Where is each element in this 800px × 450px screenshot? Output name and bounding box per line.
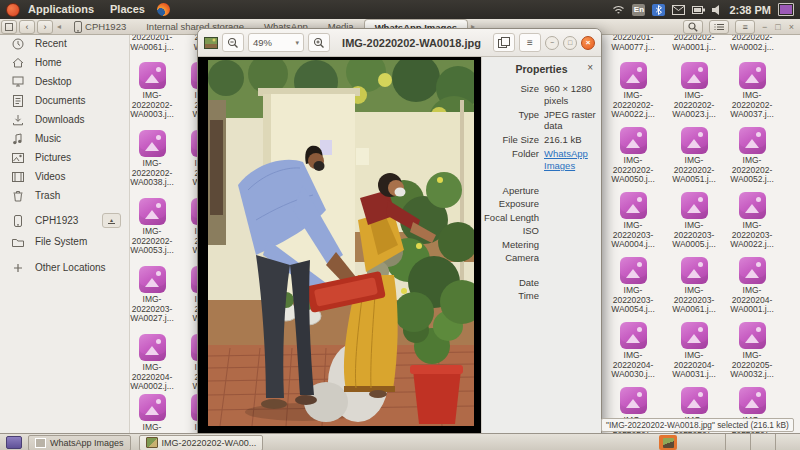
sidebar-item-label: Trash (35, 190, 60, 201)
sidebar-item-other-locations[interactable]: Other Locations (0, 258, 129, 277)
file-item[interactable]: IMG-20220203-WA0004.j... (604, 192, 662, 250)
file-name: IMG-20220202-WA0003.j... (126, 91, 178, 120)
taskbar-button-label: WhatsApp Images (50, 438, 124, 448)
sidebar-item-label: Pictures (35, 152, 71, 163)
selection-status-bar: "IMG-20220202-WA0018.jpg" selected (216.… (601, 418, 794, 432)
folder-link[interactable]: WhatsApp Images (544, 148, 600, 171)
property-value (544, 198, 600, 209)
property-value: JPEG raster data (544, 109, 600, 132)
file-item[interactable]: IMG-20220202-WA0053.j... (123, 198, 181, 256)
sidebar-item-home[interactable]: Home (0, 53, 129, 72)
tab-scroll-left-icon[interactable]: ◂ (57, 22, 61, 31)
file-item[interactable]: IMG-20220205-WA0032.j... (723, 322, 781, 380)
file-name: IMG-20220204-WA0002.j... (126, 363, 178, 392)
sidebar-item-music[interactable]: Music (0, 129, 129, 148)
property-value (544, 185, 600, 196)
image-file-icon (681, 387, 708, 414)
viewer-close-icon[interactable]: × (581, 36, 595, 50)
file-name: IMG-20220204-WA0031.j... (668, 351, 720, 380)
file-item[interactable]: IMG-20220203-WA0027.j... (123, 266, 181, 324)
sidebar-item-downloads[interactable]: Downloads (0, 110, 129, 129)
file-item[interactable]: IMG-20220203-WA0022.j... (723, 192, 781, 250)
back-button[interactable]: ‹ (19, 20, 35, 34)
properties-close-icon[interactable]: × (587, 62, 593, 73)
sidebar-item-documents[interactable]: Documents (0, 91, 129, 110)
sidebar-item-videos[interactable]: Videos (0, 167, 129, 186)
battery-icon[interactable] (692, 6, 705, 14)
sidebar-item-label: Downloads (35, 114, 84, 125)
sidebar-item-label: Recent (35, 38, 67, 49)
sidebar-item-label: Documents (35, 95, 86, 106)
firefox-icon[interactable] (157, 3, 170, 16)
gallery-toggle-button[interactable] (493, 33, 515, 52)
keyboard-layout-indicator[interactable]: En (632, 4, 645, 16)
chevron-down-icon: ▾ (295, 39, 299, 47)
forward-button[interactable]: › (37, 20, 53, 34)
image-file-icon (681, 192, 708, 219)
workspace-cell[interactable] (775, 434, 800, 450)
image-file-icon (739, 62, 766, 89)
properties-title: Properties (516, 63, 568, 75)
display-icon[interactable] (778, 3, 794, 16)
wifi-icon[interactable] (612, 4, 625, 15)
ubuntu-logo-icon[interactable] (6, 3, 20, 17)
viewer-maximize-icon[interactable]: □ (563, 36, 577, 50)
bluetooth-icon[interactable] (652, 4, 665, 16)
image-canvas (198, 57, 481, 434)
sidebar-item-pictures[interactable]: Pictures (0, 148, 129, 167)
file-item[interactable]: IMG-20220203-WA0005.j... (665, 192, 723, 250)
file-name: IMG-20220202-WA0022.j... (607, 91, 659, 120)
file-name: IMG-20220202-WA0053.j... (126, 227, 178, 256)
file-name: IMG-20220203-WA0005.j... (668, 221, 720, 250)
search-icon[interactable] (683, 20, 703, 34)
file-name: 20220201-WA0077.j... (607, 33, 659, 52)
mail-icon[interactable] (672, 5, 685, 15)
list-view-icon[interactable] (709, 20, 729, 34)
menu-icon[interactable]: ≡ (735, 20, 755, 34)
window-close-icon[interactable]: × (787, 22, 796, 32)
file-item[interactable]: IMG-20220202-WA0051.j... (665, 127, 723, 185)
file-item[interactable]: IMG-20220202-WA0003.j... (123, 62, 181, 120)
tab-cph1923[interactable]: CPH1923 (64, 19, 136, 34)
file-item[interactable]: IMG-20220202-WA0037.j... (723, 62, 781, 120)
zoom-in-button[interactable] (308, 33, 330, 52)
window-minimize-icon[interactable]: − (760, 22, 769, 32)
file-item[interactable]: IMG-20220203-WA0054.j... (604, 257, 662, 315)
show-desktop-button[interactable] (6, 436, 22, 449)
viewer-menu-icon[interactable]: ≡ (519, 33, 541, 52)
new-window-icon[interactable] (1, 20, 17, 34)
file-item[interactable]: IMG-20220203-WA0061.j... (665, 257, 723, 315)
file-item[interactable]: IMG-20220202-WA0050.j... (604, 127, 662, 185)
workspace-cell[interactable] (725, 434, 750, 450)
file-item[interactable]: IMG-20220204-WA0030.j... (604, 322, 662, 380)
file-item[interactable]: IMG-20220202-WA0052.j... (723, 127, 781, 185)
taskbar-button-label: IMG-20220202-WA00... (162, 438, 257, 448)
taskbar-button-img-20220202-wa00-[interactable]: IMG-20220202-WA00... (139, 435, 264, 450)
sidebar-item-file-system[interactable]: File System (0, 232, 129, 251)
file-item[interactable]: IMG-20220204-WA0031.j... (665, 322, 723, 380)
property-row-metering: Metering (482, 239, 601, 250)
places-menu[interactable]: Places (102, 0, 153, 19)
sidebar-item-trash[interactable]: Trash (0, 186, 129, 205)
applications-menu[interactable]: Applications (20, 0, 102, 19)
volume-icon[interactable] (712, 5, 722, 15)
folder-icon (11, 237, 24, 247)
file-item[interactable]: IMG-20220204-WA0001.j... (723, 257, 781, 315)
zoom-level-dropdown[interactable]: 49%▾ (248, 33, 304, 52)
file-item[interactable]: IMG-20220202-WA0038.j... (123, 130, 181, 188)
file-item[interactable]: IMG-20220202-WA0023.j... (665, 62, 723, 120)
window-maximize-icon[interactable]: □ (773, 22, 782, 32)
sidebar-item-recent[interactable]: Recent (0, 34, 129, 53)
tray-image-icon[interactable] (659, 435, 677, 450)
viewer-minimize-icon[interactable]: − (545, 36, 559, 50)
file-item[interactable]: IMG-20220202-WA0022.j... (604, 62, 662, 120)
workspace-cell[interactable] (750, 434, 775, 450)
eject-icon[interactable]: ▴ (102, 213, 121, 228)
property-row-camera: Camera (482, 252, 601, 263)
file-item[interactable]: IMG-20220204-WA0002.j... (123, 334, 181, 392)
taskbar-button-whatsapp-images[interactable]: WhatsApp Images (28, 435, 131, 450)
sidebar-item-cph1923[interactable]: CPH1923▴ (0, 211, 129, 230)
zoom-out-button[interactable] (222, 33, 244, 52)
sidebar-item-desktop[interactable]: Desktop (0, 72, 129, 91)
clock[interactable]: 2:38 PM (729, 4, 771, 16)
